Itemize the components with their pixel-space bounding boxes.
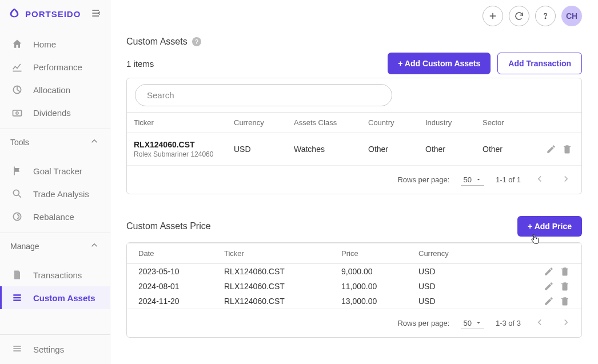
- add-button[interactable]: [483, 6, 503, 26]
- balance-icon: [11, 211, 23, 222]
- topbar: CH: [126, 6, 582, 26]
- nav-main: Home Performance Allocation Dividends: [0, 28, 110, 129]
- svg-rect-1: [13, 110, 22, 116]
- sidebar: PORTSEIDO Home Performance Allocation Di…: [0, 0, 110, 364]
- refresh-button[interactable]: [509, 6, 529, 26]
- avatar-initials: CH: [566, 11, 577, 21]
- next-page-button[interactable]: [559, 315, 573, 331]
- doc-icon: [11, 269, 23, 281]
- sidebar-item-dividends[interactable]: Dividends: [0, 101, 110, 124]
- sidebar-section-manage[interactable]: Manage: [0, 233, 110, 259]
- sidebar-item-goal-tracker[interactable]: Goal Tracker: [0, 159, 110, 182]
- pie-icon: [11, 84, 23, 95]
- cell-ticker: RLX124060.CST: [221, 265, 338, 278]
- svg-rect-6: [13, 297, 21, 299]
- edit-button[interactable]: [546, 144, 556, 154]
- cell-industry: Other: [422, 142, 479, 156]
- cell-ticker: RLX124060.CST: [221, 279, 338, 293]
- list-icon: [11, 292, 23, 303]
- menu-icon: [11, 343, 23, 356]
- main: CH Custom Assets ? 1 items + Add Custom …: [110, 0, 598, 364]
- cell-date: 2024-11-20: [135, 294, 221, 308]
- cell-date: 2024-08-01: [135, 279, 221, 293]
- svg-point-4: [13, 213, 21, 220]
- col-country: Country: [365, 113, 422, 133]
- sidebar-item-rebalance[interactable]: Rebalance: [0, 205, 110, 228]
- svg-rect-5: [13, 294, 21, 296]
- search-input[interactable]: [135, 84, 392, 106]
- sidebar-item-label: Rebalance: [33, 212, 74, 222]
- sidebar-item-label: Performance: [33, 62, 82, 72]
- col-ticker: Ticker: [130, 113, 230, 133]
- rpp-value: 50: [463, 175, 471, 184]
- sidebar-item-label: Goal Tracker: [33, 166, 82, 176]
- table-row: 2024-08-01RLX124060.CST11,000.00USD: [127, 279, 581, 294]
- col-industry: Industry: [422, 113, 479, 133]
- nav-tools: Goal Tracker Trade Analysis Rebalance: [0, 155, 110, 233]
- sidebar-item-custom-assets[interactable]: Custom Assets: [0, 286, 110, 309]
- sidebar-item-transactions[interactable]: Transactions: [0, 263, 110, 286]
- sidebar-item-label: Allocation: [33, 85, 70, 95]
- col-sector: Sector: [479, 113, 529, 133]
- cell-currency: USD: [415, 265, 487, 278]
- collapse-sidebar-icon[interactable]: [90, 7, 102, 21]
- svg-point-3: [13, 190, 19, 195]
- logo-icon: [8, 7, 21, 21]
- add-custom-assets-button[interactable]: + Add Custom Assets: [388, 53, 491, 74]
- svg-point-2: [16, 112, 18, 114]
- sidebar-item-settings[interactable]: Settings: [0, 334, 110, 364]
- delete-button[interactable]: [560, 281, 570, 291]
- page-range: 1-1 of 1: [496, 175, 521, 184]
- money-icon: [11, 107, 23, 118]
- sidebar-item-allocation[interactable]: Allocation: [0, 78, 110, 101]
- edit-button[interactable]: [544, 266, 554, 277]
- nav-manage: Transactions Custom Assets: [0, 259, 110, 314]
- help-icon[interactable]: ?: [192, 37, 201, 46]
- sidebar-item-label: Custom Assets: [33, 293, 95, 303]
- table-row: 2023-05-10RLX124060.CST9,000.00USD: [127, 264, 581, 279]
- cell-class: Watches: [290, 142, 365, 156]
- col-currency: Currency: [415, 243, 487, 263]
- delete-button[interactable]: [562, 144, 572, 154]
- rpp-select[interactable]: 50: [461, 318, 484, 329]
- add-transaction-button[interactable]: Add Transaction: [497, 53, 582, 74]
- sidebar-section-tools[interactable]: Tools: [0, 129, 110, 155]
- page-title: Custom Assets ?: [126, 37, 582, 47]
- cell-currency: USD: [415, 294, 487, 308]
- add-price-button[interactable]: + Add Price: [517, 216, 582, 237]
- section-label: Tools: [10, 138, 29, 147]
- edit-button[interactable]: [544, 281, 554, 291]
- price-title-text: Custom Assets Price: [126, 221, 211, 231]
- help-button[interactable]: [535, 6, 556, 26]
- sidebar-item-performance[interactable]: Performance: [0, 55, 110, 78]
- assets-table-footer: Rows per page: 50 1-1 of 1: [127, 165, 581, 194]
- sidebar-item-trade-analysis[interactable]: Trade Analysis: [0, 182, 110, 205]
- assets-table-head: Ticker Currency Assets Class Country Ind…: [127, 112, 581, 133]
- next-page-button[interactable]: [559, 171, 573, 188]
- assets-table-card: Ticker Currency Assets Class Country Ind…: [126, 78, 582, 194]
- delete-button[interactable]: [560, 266, 570, 277]
- cell-date: 2023-05-10: [135, 265, 221, 278]
- prev-page-button[interactable]: [532, 315, 547, 331]
- chevron-up-icon: [89, 240, 99, 252]
- svg-point-8: [545, 18, 546, 19]
- col-date: Date: [135, 243, 221, 263]
- section-label: Manage: [10, 242, 39, 251]
- page-title-text: Custom Assets: [126, 37, 188, 47]
- price-bar: Custom Assets Price + Add Price: [126, 216, 582, 237]
- rpp-label: Rows per page:: [397, 175, 449, 184]
- prev-page-button[interactable]: [532, 171, 547, 188]
- flag-icon: [11, 165, 23, 177]
- sidebar-item-label: Transactions: [33, 270, 82, 280]
- price-table-card: Date Ticker Price Currency 2023-05-10RLX…: [126, 242, 582, 338]
- avatar[interactable]: CH: [561, 6, 582, 26]
- rpp-select[interactable]: 50: [461, 174, 484, 186]
- brand-name: PORTSEIDO: [25, 9, 81, 19]
- table-row: 2024-11-20RLX124060.CST13,000.00USD: [127, 294, 581, 309]
- sidebar-item-home[interactable]: Home: [0, 33, 110, 55]
- delete-button[interactable]: [560, 296, 570, 306]
- cell-currency: USD: [415, 279, 487, 293]
- cell-price: 11,000.00: [338, 279, 415, 293]
- sidebar-item-label: Dividends: [33, 108, 71, 118]
- edit-button[interactable]: [544, 296, 554, 306]
